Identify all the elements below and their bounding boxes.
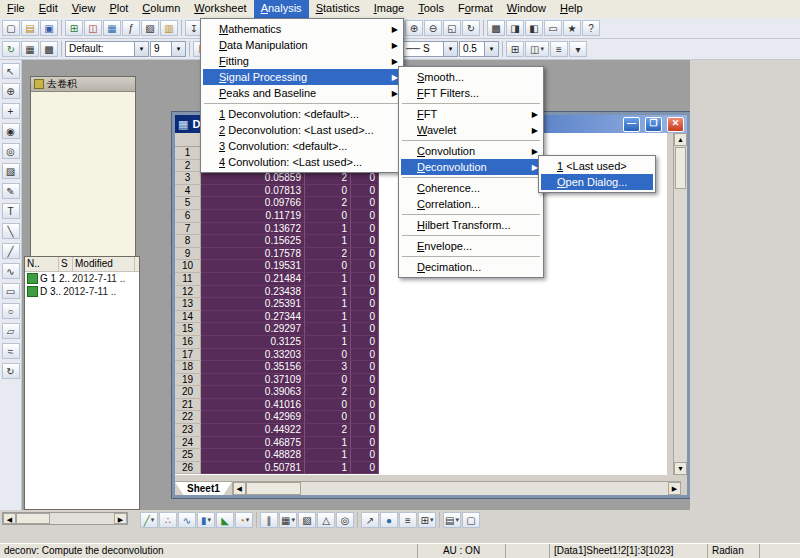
open-project[interactable]: ▤ [21,20,39,36]
zoom-in[interactable]: ⊕ [405,20,423,36]
data-cell-c[interactable]: 0 [351,399,379,412]
analysis-item-signal-processing[interactable]: Signal Processing▶ [203,69,401,85]
menubar-item-worksheet[interactable]: Worksheet [187,0,253,18]
data-cell-c[interactable]: 0 [351,349,379,362]
signal-processing-item-smooth[interactable]: Smooth... [401,69,541,85]
text-tool[interactable]: T [2,203,20,219]
explorer-header-s[interactable]: S [59,257,73,271]
data-cell-a[interactable]: 0.19531 [201,260,305,273]
data-cell-b[interactable]: 1 [305,437,351,450]
data-cell-b[interactable]: 1 [305,462,351,475]
zoom-in-tool[interactable]: ⊕ [2,83,20,99]
column-format[interactable]: ▩ [40,41,58,57]
rescale[interactable]: ◱ [443,20,461,36]
menubar-item-tools[interactable]: Tools [411,0,451,18]
data-cell-c[interactable]: 0 [351,235,379,248]
scroll-right-arrow[interactable]: ▶ [668,482,681,495]
signal-processing-item-envelope[interactable]: Envelope... [401,238,541,254]
data-cell-c[interactable]: 0 [351,172,379,185]
line-tool[interactable]: ╱ [2,243,20,259]
signal-processing-item-wavelet[interactable]: Wavelet▶ [401,122,541,138]
polar-plot[interactable]: ◎ [336,512,354,528]
font-size-combo[interactable]: 9▾ [150,41,186,57]
favorites[interactable]: ★ [563,20,581,36]
font-size-combo-caret-icon[interactable]: ▾ [171,42,185,56]
analysis-item-3-convolution-default[interactable]: 3 Convolution: <default>... [203,138,401,154]
data-reader-tool[interactable]: ◉ [2,123,20,139]
new-workbook[interactable]: ⊞ [65,20,83,36]
explorer-scroll-track[interactable] [50,513,114,524]
multi-panel-plot[interactable]: ∥ [260,512,278,528]
explorer-scroll-right-arrow[interactable]: ▶ [114,513,127,524]
border-style[interactable]: ◫▾ [525,41,549,57]
row-number-cell[interactable]: 15 [175,323,201,336]
vertical-scroll-thumb[interactable] [675,147,686,189]
explorer-item[interactable]: G 1 2..2012-7-11 .. [25,272,139,285]
data-cell-a[interactable]: 0.39063 [201,386,305,399]
signal-processing-item-fft-filters[interactable]: FFT Filters... [401,85,541,101]
line-style-combo[interactable]: ── S▾ [402,41,458,57]
vertical-scrollbar[interactable]: ▲ ▼ [673,133,687,475]
data-cell-b[interactable]: 0 [305,411,351,424]
data-selector-tool[interactable]: ◎ [2,143,20,159]
circle-tool[interactable]: ○ [2,303,20,319]
explorer-header-n[interactable]: N.. [25,257,59,271]
save-project[interactable]: ▣ [40,20,58,36]
data-cell-c[interactable]: 0 [351,424,379,437]
align-text[interactable]: ≡ [550,41,568,57]
data-cell-b[interactable]: 1 [305,273,351,286]
signal-processing-item-decimation[interactable]: Decimation... [401,259,541,275]
zoom-out[interactable]: ⊖ [424,20,442,36]
data-cell-c[interactable]: 0 [351,449,379,462]
row-number-cell[interactable]: 10 [175,260,201,273]
line-symbol-plot[interactable]: ∿ [178,512,196,528]
curve-tool[interactable]: ∿ [2,263,20,279]
line-style-combo-caret-icon[interactable]: ▾ [443,42,457,56]
pointer-tool[interactable]: ↖ [2,63,20,79]
row-number-cell[interactable]: 16 [175,336,201,349]
data-cell-c[interactable]: 0 [351,210,379,223]
explorer-scrollbar[interactable]: ◀ ▶ [2,512,128,525]
data-cell-c[interactable]: 0 [351,386,379,399]
deconvolution-item-open-dialog[interactable]: Open Dialog... [541,174,653,190]
data-cell-c[interactable]: 0 [351,273,379,286]
row-number-cell[interactable]: 8 [175,235,201,248]
arrow-tool[interactable]: ╲ [2,223,20,239]
menubar-item-file[interactable]: File [0,0,32,18]
new-project[interactable]: ▢ [2,20,20,36]
notes-window[interactable]: 去卷积 [30,76,136,262]
new-function[interactable]: ƒ [122,20,140,36]
line-plot[interactable]: ╱▾ [140,512,158,528]
data-cell-a[interactable]: 0.33203 [201,349,305,362]
data-cell-a[interactable]: 0.15625 [201,235,305,248]
row-number-cell[interactable]: 14 [175,311,201,324]
analysis-item-mathematics[interactable]: Mathematics▶ [203,21,401,37]
signal-processing-item-fft[interactable]: FFT▶ [401,106,541,122]
signal-processing-item-deconvolution[interactable]: Deconvolution▶ [401,159,541,175]
data-cell-c[interactable]: 0 [351,197,379,210]
menubar-item-format[interactable]: Format [451,0,500,18]
row-number-cell[interactable]: 23 [175,424,201,437]
row-number-cell[interactable]: 19 [175,374,201,387]
analysis-item-1-deconvolution-default[interactable]: 1 Deconvolution: <default>... [203,106,401,122]
project-explorer-toggle[interactable]: ▩ [487,20,505,36]
data-cell-b[interactable]: 0 [305,260,351,273]
results-log[interactable]: ◨ [506,20,524,36]
signal-processing-item-coherence[interactable]: Coherence... [401,180,541,196]
horizontal-scrollbar[interactable]: ◀ ▶ [232,482,681,495]
row-number-cell[interactable]: 9 [175,248,201,261]
recalculate[interactable]: ↻ [2,41,20,57]
new-matrix[interactable]: ▦ [103,20,121,36]
data-cell-a[interactable]: 0.44922 [201,424,305,437]
data-cell-b[interactable]: 1 [305,311,351,324]
draw-data-tool[interactable]: ✎ [2,183,20,199]
row-number-cell[interactable]: 6 [175,210,201,223]
scatter-plot[interactable]: ∴ [159,512,177,528]
new-notes[interactable]: ▥ [160,20,178,36]
data-cell-c[interactable]: 0 [351,260,379,273]
line-width-combo[interactable]: 0.5▾ [459,41,499,57]
scroll-down-arrow[interactable]: ▼ [674,462,687,475]
data-cell-b[interactable]: 1 [305,298,351,311]
statistics-plot[interactable]: ⊞▾ [418,512,436,528]
data-cell-a[interactable]: 0.35156 [201,361,305,374]
